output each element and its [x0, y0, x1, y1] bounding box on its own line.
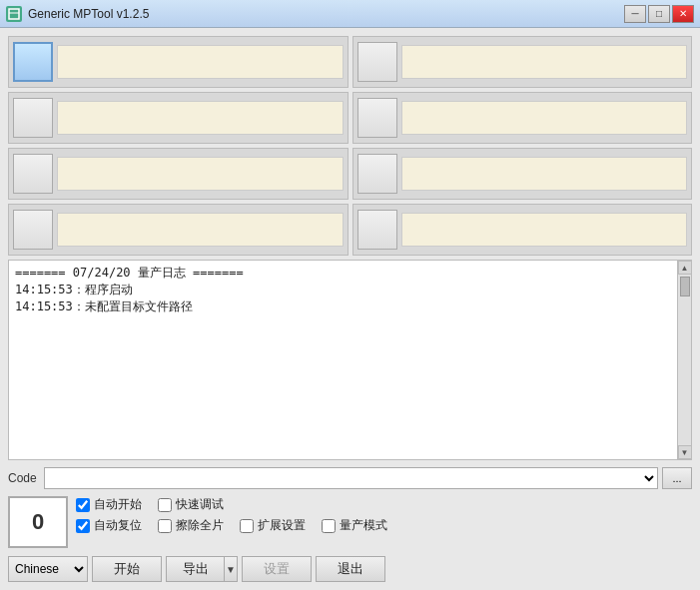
quick-debug-checkbox[interactable]: 快速调试	[158, 496, 224, 513]
title-bar: Generic MPTool v1.2.5 ─ □ ✕	[0, 0, 700, 28]
device-slot-3	[8, 148, 349, 200]
log-row: ▲ ▼	[9, 261, 691, 459]
device-slot-8	[352, 204, 693, 256]
expand-settings-checkbox[interactable]: 扩展设置	[240, 517, 306, 534]
window-controls: ─ □ ✕	[624, 5, 694, 23]
device-button-4[interactable]	[13, 210, 53, 250]
mass-production-label: 量产模式	[340, 517, 387, 534]
device-slot-5	[352, 36, 693, 88]
erase-all-checkbox[interactable]: 擦除全片	[158, 517, 224, 534]
device-field-4	[57, 213, 344, 247]
settings-button[interactable]: 设置	[242, 556, 312, 582]
device-field-3	[57, 157, 344, 191]
device-field-7	[401, 157, 688, 191]
code-label: Code	[8, 471, 40, 485]
device-field-6	[401, 101, 688, 135]
scroll-thumb[interactable]	[680, 277, 690, 296]
device-button-5[interactable]	[357, 42, 397, 82]
device-field-8	[401, 213, 688, 247]
device-button-2[interactable]	[13, 98, 53, 138]
auto-reset-label: 自动复位	[94, 517, 142, 534]
auto-start-label: 自动开始	[94, 496, 142, 513]
log-scrollbar[interactable]: ▲ ▼	[677, 261, 691, 459]
device-slot-2	[8, 92, 349, 144]
erase-all-label: 擦除全片	[176, 517, 224, 534]
device-grid	[8, 36, 692, 256]
checkbox-row-1: 自动开始 快速调试	[76, 496, 692, 513]
auto-reset-checkbox[interactable]: 自动复位	[76, 517, 142, 534]
erase-all-input[interactable]	[158, 519, 172, 533]
device-slot-6	[352, 92, 693, 144]
expand-settings-input[interactable]	[240, 519, 254, 533]
minimize-button[interactable]: ─	[624, 5, 646, 23]
start-button[interactable]: 开始	[92, 556, 162, 582]
mass-production-input[interactable]	[322, 519, 336, 533]
export-button-group: 导出 ▼	[166, 556, 238, 582]
device-field-5	[401, 45, 688, 79]
code-row: Code ...	[8, 464, 692, 492]
device-button-7[interactable]	[357, 154, 397, 194]
device-button-8[interactable]	[357, 210, 397, 250]
language-select[interactable]: Chinese English	[8, 556, 88, 582]
scroll-up-arrow[interactable]: ▲	[678, 261, 692, 275]
device-slot-7	[352, 148, 693, 200]
device-slot-1	[8, 36, 349, 88]
counter-box: 0	[8, 496, 68, 548]
device-slot-4	[8, 204, 349, 256]
device-field-1	[57, 45, 344, 79]
app-icon	[6, 6, 22, 22]
code-select[interactable]	[44, 467, 658, 489]
quick-debug-label: 快速调试	[176, 496, 224, 513]
main-content: ▲ ▼ Code ... 0 自动开始	[0, 28, 700, 590]
checkbox-row-2: 自动复位 擦除全片 扩展设置 量产模式	[76, 517, 692, 534]
exit-button[interactable]: 退出	[316, 556, 385, 582]
quick-debug-input[interactable]	[158, 498, 172, 512]
browse-button[interactable]: ...	[662, 467, 692, 489]
export-dropdown-arrow[interactable]: ▼	[224, 556, 238, 582]
maximize-button[interactable]: □	[648, 5, 670, 23]
checkboxes: 自动开始 快速调试 自动复位 擦除全片 扩展设置	[76, 496, 692, 534]
log-container: ▲ ▼	[8, 260, 692, 460]
device-field-2	[57, 101, 344, 135]
scroll-down-arrow[interactable]: ▼	[678, 445, 692, 459]
bottom-section: 0 自动开始 快速调试 自动复位 擦除全片	[8, 496, 692, 548]
device-button-6[interactable]	[357, 98, 397, 138]
auto-start-checkbox[interactable]: 自动开始	[76, 496, 142, 513]
device-button-1[interactable]	[13, 42, 53, 82]
window-title: Generic MPTool v1.2.5	[28, 7, 624, 21]
log-textarea[interactable]	[9, 261, 677, 459]
mass-production-checkbox[interactable]: 量产模式	[322, 517, 387, 534]
svg-rect-0	[9, 9, 19, 19]
device-button-3[interactable]	[13, 154, 53, 194]
action-buttons: Chinese English 开始 导出 ▼ 设置 退出	[8, 556, 692, 582]
auto-reset-input[interactable]	[76, 519, 90, 533]
close-button[interactable]: ✕	[672, 5, 694, 23]
auto-start-input[interactable]	[76, 498, 90, 512]
export-button[interactable]: 导出	[166, 556, 224, 582]
expand-settings-label: 扩展设置	[258, 517, 306, 534]
